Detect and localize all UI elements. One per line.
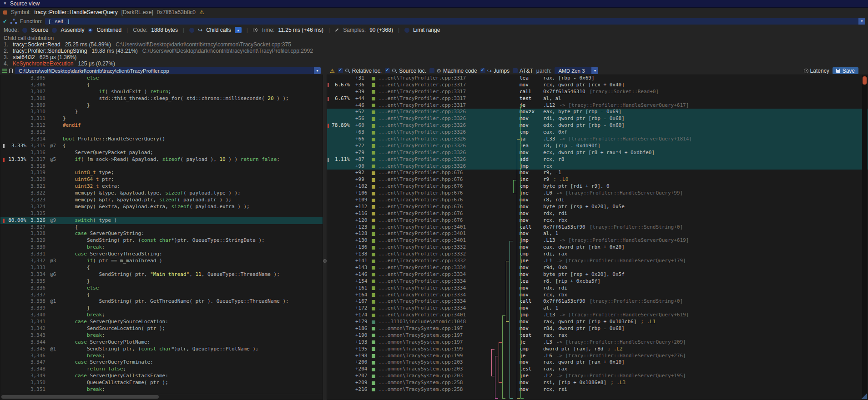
uarch-combo[interactable]: AMD Zen 3 ▼	[555, 67, 598, 74]
asm-row[interactable]: +172...ent\TracyProfiler.cpp:3334moval, …	[327, 305, 868, 312]
asm-row[interactable]: +56...ent\TracyProfiler.cpp:3326movrdi, …	[327, 115, 868, 122]
radio-source[interactable]	[22, 28, 27, 33]
asm-row[interactable]: +112...ent\TracyProfiler.hpp:676movbyte …	[327, 204, 868, 210]
asm-row[interactable]: +146...ent\TracyProfiler.cpp:3334movbyte…	[327, 271, 868, 278]
asm-row[interactable]: +216...ommon\TracySystem.cpp:258movrcx, …	[327, 386, 868, 393]
chevron-down-icon[interactable]: ▼	[858, 18, 865, 25]
relative-loc-checkbox[interactable]	[338, 68, 343, 73]
machine-code-label[interactable]: Machine code	[443, 68, 477, 74]
asm-row[interactable]: +52...ent\TracyProfiler.cpp:3326movzxeax…	[327, 109, 868, 115]
latency-toggle[interactable]: Latency	[804, 68, 829, 74]
machine-code-checkbox[interactable]	[429, 68, 434, 73]
asm-row[interactable]: +130...ent\TracyProfiler.cpp:3401jmp.L13…	[327, 237, 868, 244]
asm-row[interactable]: +102...ent\TracyProfiler.hpp:676cmpbyte …	[327, 183, 868, 190]
source-line[interactable]: 3,321 uint32_t extra;	[0, 183, 323, 190]
vertical-scrollbar[interactable]	[862, 75, 867, 399]
radio-combined[interactable]	[88, 28, 93, 33]
horizontal-scrollbar[interactable]	[0, 394, 323, 400]
limit-range-label[interactable]: Limit range	[413, 27, 440, 33]
asm-row[interactable]: +123...ent\TracyProfiler.cpp:3401call0x7…	[327, 224, 868, 231]
asm-row[interactable]: +207...ommon\TracySystem.cpp:203jne.L2->…	[327, 373, 868, 380]
jumps-toggle[interactable]: ↪ Jumps	[480, 68, 510, 74]
scrollbar-thumb[interactable]	[863, 76, 867, 85]
asm-row[interactable]: +154...ent\TracyProfiler.cpp:3334lear8, …	[327, 278, 868, 285]
asm-row[interactable]: +106...ent\TracyProfiler.hpp:676jne.L0->…	[327, 190, 868, 197]
source-loc-checkbox[interactable]	[385, 68, 390, 73]
limit-range-checkbox[interactable]	[404, 28, 409, 33]
source-line[interactable]: 3,310 }	[0, 109, 323, 115]
title-bar[interactable]: ▼ Source view	[0, 0, 868, 8]
chevron-down-icon[interactable]: ▼	[314, 67, 321, 74]
radio-assembly-label[interactable]: Assembly	[61, 27, 84, 33]
pane-splitter[interactable]	[323, 67, 327, 400]
asm-row[interactable]: 1.11%+87...ent\TracyProfiler.cpp:3326add…	[327, 156, 868, 163]
source-line[interactable]: 3,349 case ServerQueryCallstackFrame:	[0, 373, 323, 380]
asm-row[interactable]: +198...ommon\TracySystem.cpp:199je.L6-> …	[327, 353, 868, 360]
asm-row[interactable]: 6.67%+36...ent\TracyProfiler.cpp:3317mov…	[327, 82, 868, 89]
asm-row[interactable]: +66...ent\TracyProfiler.cpp:3326ja.L33->…	[327, 136, 868, 143]
asm-row[interactable]: +190...ommon\TracySystem.cpp:197testrax,…	[327, 332, 868, 339]
asm-row[interactable]: +179....31103\include\atomic:1048movrax,…	[327, 319, 868, 325]
source-line[interactable]: 3,346 break;	[0, 353, 323, 360]
scrollbar-thumb[interactable]	[1, 395, 159, 399]
source-line[interactable]: 3,339 }	[0, 305, 323, 312]
source-line[interactable]: 3,320 uint64_t ptr;	[0, 176, 323, 183]
source-line[interactable]: 3,345@1 SendString( ptr, (const char*)pt…	[0, 346, 323, 353]
function-combo[interactable]: [ - self - ] ▼	[45, 18, 865, 25]
source-line[interactable]: 3,314bool Profiler::HandleServerQuery()	[0, 136, 323, 143]
source-line[interactable]: 3,305 else	[0, 75, 323, 82]
chevron-down-icon[interactable]: ▼	[591, 67, 598, 74]
source-line[interactable]: 3,308 std::this_thread::sleep_for( std::…	[0, 95, 323, 102]
source-line[interactable]: 3,344 case ServerQueryPlotName:	[0, 339, 323, 346]
asm-row[interactable]: +174...ent\TracyProfiler.cpp:3401jmp.L13…	[327, 312, 868, 319]
source-line[interactable]: 3,327 {	[0, 224, 323, 231]
source-line[interactable]: 3,329 SendString( ptr, (const char*)ptr,…	[0, 237, 323, 244]
asm-row[interactable]: 6.67%+44...ent\TracyProfiler.cpp:3317tes…	[327, 95, 868, 102]
source-line[interactable]: 3,351 break;	[0, 386, 323, 393]
child-call-item[interactable]: 3.stat64i32625 μs (1.36%)	[0, 54, 868, 60]
source-line[interactable]: 3,324 memcpy( &extra, &payload.extra, si…	[0, 204, 323, 210]
asm-row[interactable]: +79...ent\TracyProfiler.cpp:3326movecx, …	[327, 150, 868, 156]
source-line[interactable]: 3,316 ServerQueryPacket payload;	[0, 150, 323, 156]
source-line[interactable]: 3,312#endif	[0, 122, 323, 129]
collapse-arrow-icon[interactable]: ▼	[3, 2, 7, 5]
asm-row[interactable]: +99...ent\TracyProfiler.hpp:676incr9; .L…	[327, 176, 868, 183]
splitter-handle[interactable]	[323, 259, 327, 263]
latency-label[interactable]: Latency	[810, 68, 829, 74]
source-loc-toggle[interactable]: Source loc.	[385, 68, 426, 74]
source-line[interactable]: 3,306 {	[0, 82, 323, 89]
att-label[interactable]: AT&T	[520, 68, 533, 74]
source-line[interactable]: 3,340 break;	[0, 312, 323, 319]
child-calls-label[interactable]: Child calls	[206, 27, 231, 33]
asm-row[interactable]: +200...ommon\TracySystem.cpp:203movrax, …	[327, 359, 868, 366]
asm-row[interactable]: +167...ent\TracyProfiler.cpp:3334call0x7…	[327, 298, 868, 305]
asm-row[interactable]: +39...ent\TracyProfiler.cpp:3317call0x7f…	[327, 89, 868, 95]
resize-grip[interactable]	[861, 393, 867, 399]
jumps-checkbox[interactable]	[480, 68, 485, 73]
asm-row[interactable]: +46...ent\TracyProfiler.cpp:3317je.L12->…	[327, 102, 868, 109]
propagate-up-button[interactable]: ▲	[235, 27, 242, 33]
source-line[interactable]: 3,333 {	[0, 265, 323, 271]
att-checkbox[interactable]	[513, 68, 518, 73]
asm-row[interactable]: +136...ent\TracyProfiler.cpp:3332moveax,…	[327, 244, 868, 251]
source-line[interactable]: 3,342 SendSourceLocation( ptr );	[0, 325, 323, 332]
source-line[interactable]: 3,319 uint8_t type;	[0, 170, 323, 176]
source-line[interactable]: 3,350 QueueCallstackFrame( ptr );	[0, 380, 323, 386]
asm-row[interactable]: +161...ent\TracyProfiler.cpp:3334movrdx,…	[327, 285, 868, 292]
save-button[interactable]: Save	[833, 67, 858, 74]
source-line[interactable]: 3,338@1 SendString( ptr, GetThreadName( …	[0, 298, 323, 305]
asm-row[interactable]: +186...ommon\TracySystem.cpp:197movr8d, …	[327, 325, 868, 332]
source-code-view[interactable]: 3,305 else3,306 {3,307 if( shouldExit ) …	[0, 75, 323, 394]
check-icon[interactable]: ✓	[3, 19, 7, 24]
relative-loc-label[interactable]: Relative loc.	[352, 68, 382, 74]
document-icon[interactable]	[9, 69, 13, 73]
relative-loc-toggle[interactable]: Relative loc.	[338, 68, 382, 74]
assembly-view[interactable]: +31...ent\TracyProfiler.cpp:3317learax, …	[327, 75, 868, 400]
source-line[interactable]: 3,341 case ServerQuerySourceLocation:	[0, 319, 323, 325]
asm-row[interactable]: +138...ent\TracyProfiler.cpp:3332cmprdi,…	[327, 251, 868, 258]
child-call-item[interactable]: 1.tracy::Socket::Read25.25 ms (54.89%)C:…	[0, 41, 868, 48]
asm-row[interactable]: +31...ent\TracyProfiler.cpp:3317learax, …	[327, 75, 868, 82]
source-line[interactable]: 3,322 memcpy( &type, &payload.type, size…	[0, 190, 323, 197]
asm-row[interactable]: +92...ent\TracyProfiler.hpp:676movr9, -1	[327, 170, 868, 176]
asm-row[interactable]: +143...ent\TracyProfiler.cpp:3334movr9d,…	[327, 265, 868, 271]
